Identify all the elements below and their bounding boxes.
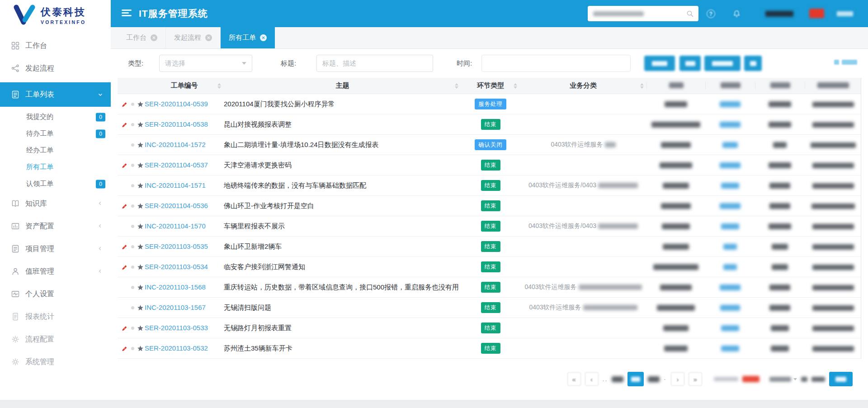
sidebar-item-个人设置[interactable]: 个人设置: [0, 283, 111, 305]
star-icon[interactable]: [137, 304, 144, 311]
redacted-column-header[interactable]: [805, 82, 861, 90]
star-icon[interactable]: [137, 264, 144, 270]
work-order-id-link[interactable]: SER-20201104-0538: [145, 120, 208, 128]
sidebar-subitem-所有工单[interactable]: 所有工单: [0, 159, 111, 176]
tab-发起流程[interactable]: 发起流程✕: [166, 27, 221, 48]
redacted-jump-input[interactable]: [811, 377, 825, 382]
work-order-id-link[interactable]: INC-20201104-1570: [145, 222, 206, 230]
star-icon[interactable]: [137, 101, 144, 108]
redacted-search-button[interactable]: [644, 56, 675, 71]
sidebar-subitem-经办工单[interactable]: 经办工单: [0, 142, 111, 159]
menu-toggle-icon[interactable]: [122, 9, 132, 18]
star-icon[interactable]: [137, 203, 144, 209]
close-icon[interactable]: ✕: [260, 34, 267, 41]
star-icon[interactable]: [137, 345, 144, 352]
sort-icon[interactable]: [514, 83, 517, 89]
table-row[interactable]: SER-20201103-0533无锡路灯月初报表重置结束: [118, 318, 861, 338]
table-row[interactable]: INC-20201104-1571地磅终端传来的数据，没有与车辆基础数据匹配结束…: [118, 176, 861, 196]
sidebar-item-项目管理[interactable]: 项目管理: [0, 237, 111, 260]
prev-page-button[interactable]: ‹: [585, 372, 599, 386]
work-order-id-link[interactable]: SER-20201103-0533: [145, 324, 208, 332]
sidebar-subitem-我提交的[interactable]: 我提交的0: [0, 109, 111, 125]
sidebar-item-报表统计[interactable]: 报表统计: [0, 305, 111, 328]
work-order-id-link[interactable]: SER-20201103-0535: [145, 242, 208, 250]
star-icon[interactable]: [137, 284, 144, 291]
table-row[interactable]: INC-20201104-1572象山二期填埋计量-填埋场10.24日数据没有生…: [118, 135, 861, 155]
work-order-id-link[interactable]: SER-20201104-0536: [145, 202, 208, 209]
work-order-id-link[interactable]: SER-20201104-0539: [145, 100, 208, 108]
star-icon[interactable]: [137, 121, 144, 128]
sort-icon[interactable]: [640, 83, 644, 89]
work-order-id-link[interactable]: INC-20201104-1571: [145, 181, 206, 189]
star-icon[interactable]: [137, 325, 144, 332]
help-icon[interactable]: ?: [707, 9, 715, 18]
last-page-button[interactable]: »: [689, 372, 702, 386]
table-row[interactable]: SER-20201104-053920201104厦门我要找公厕小程序异常服务处…: [118, 94, 861, 114]
title-filter-label: 标题:: [281, 59, 296, 68]
work-order-id-link[interactable]: SER-20201103-0532: [145, 344, 208, 352]
sort-icon[interactable]: [217, 83, 221, 89]
sort-icon[interactable]: [455, 83, 458, 89]
page-size-select[interactable]: [769, 377, 797, 382]
redacted-page-number[interactable]: [648, 376, 660, 382]
star-icon[interactable]: [137, 142, 144, 148]
table-row[interactable]: SER-20201103-0534临安客户接到浙江网警通知结束: [118, 257, 861, 277]
sidebar-subitem-待办工单[interactable]: 待办工单0: [0, 125, 111, 142]
table-row[interactable]: SER-20201104-0536佛山环卫-作业考核打开是空白结束: [118, 196, 861, 216]
sidebar-item-工作台[interactable]: 工作台: [0, 34, 111, 57]
global-search-input[interactable]: [588, 6, 698, 21]
tab-所有工单[interactable]: 所有工单✕: [221, 27, 275, 48]
redacted-expand-link[interactable]: [834, 60, 857, 65]
table-row[interactable]: SER-20201104-0537天津空港请求更换密码结束: [118, 155, 861, 176]
star-icon[interactable]: [137, 243, 144, 250]
redacted-logout-link[interactable]: [837, 11, 853, 16]
redacted-locale-flag-icon[interactable]: [809, 9, 824, 18]
table-row[interactable]: INC-20201103-1567无锡清扫版问题结束0403软件运维服务: [118, 298, 861, 318]
close-icon[interactable]: ✕: [205, 34, 212, 41]
sidebar-subitem-认领工单[interactable]: 认领工单0: [0, 176, 111, 192]
next-page-button[interactable]: ›: [671, 372, 684, 386]
redacted-user-name[interactable]: [765, 11, 793, 17]
table-row[interactable]: INC-20201103-1568重庆转运站，历史数据，带着区域信息查询，接口5…: [118, 277, 861, 298]
current-page-button[interactable]: [627, 372, 644, 386]
star-icon[interactable]: [137, 162, 144, 169]
sidebar-item-流程配置[interactable]: 流程配置: [0, 328, 111, 351]
time-range-input[interactable]: [481, 55, 631, 72]
star-icon[interactable]: [137, 223, 144, 230]
work-order-id-link[interactable]: INC-20201104-1572: [145, 141, 206, 148]
work-order-id-link[interactable]: INC-20201103-1567: [145, 304, 206, 311]
redacted-extra-button[interactable]: [744, 56, 762, 71]
redacted-advanced-button[interactable]: [704, 56, 741, 71]
notifications-bell-icon[interactable]: [732, 9, 741, 18]
sidebar-item-系统管理[interactable]: 系统管理: [0, 351, 111, 373]
redacted-go-button[interactable]: [829, 372, 853, 386]
work-order-id-link[interactable]: SER-20201104-0537: [145, 161, 208, 169]
table-row[interactable]: SER-20201103-0535象山环卫新增2辆车结束: [118, 237, 861, 257]
redacted-column-header[interactable]: [705, 82, 755, 90]
work-order-id-link[interactable]: INC-20201103-1568: [145, 283, 206, 291]
column-header-环节类型[interactable]: 环节类型: [461, 81, 520, 90]
redacted-column-header[interactable]: [755, 82, 805, 90]
sidebar-item-发起流程[interactable]: 发起流程: [0, 57, 111, 80]
sidebar-item-知识库[interactable]: 知识库: [0, 192, 111, 215]
work-order-id-link[interactable]: SER-20201103-0534: [145, 263, 208, 270]
close-icon[interactable]: ✕: [151, 34, 157, 41]
redacted-column-header[interactable]: [646, 82, 705, 90]
tab-工作台[interactable]: 工作台✕: [118, 27, 166, 48]
column-header-业务分类[interactable]: 业务分类: [520, 81, 646, 90]
sidebar-item-值班管理[interactable]: 值班管理: [0, 260, 111, 283]
table-row[interactable]: INC-20201104-1570车辆里程报表不展示结束0403软件运维服务/0…: [118, 216, 861, 237]
redacted-page-number[interactable]: [612, 376, 623, 382]
table-row[interactable]: SER-20201104-0538昆山对接视频报表调整结束: [118, 114, 861, 135]
first-page-button[interactable]: «: [567, 372, 581, 386]
redacted-cell: [646, 263, 705, 271]
column-header-工单编号[interactable]: 工单编号: [145, 81, 224, 90]
column-header-主题[interactable]: 主题: [224, 81, 461, 90]
star-icon[interactable]: [137, 182, 144, 189]
title-input[interactable]: 标题、描述: [316, 55, 433, 72]
sidebar-item-资产配置[interactable]: 资产配置: [0, 215, 111, 237]
redacted-reset-button[interactable]: [679, 56, 701, 71]
table-row[interactable]: SER-20201103-0532苏州渣土35辆新车开卡结束: [118, 338, 861, 359]
sidebar-item-工单列表[interactable]: 工单列表: [0, 82, 111, 107]
type-select[interactable]: 请选择: [159, 55, 252, 72]
